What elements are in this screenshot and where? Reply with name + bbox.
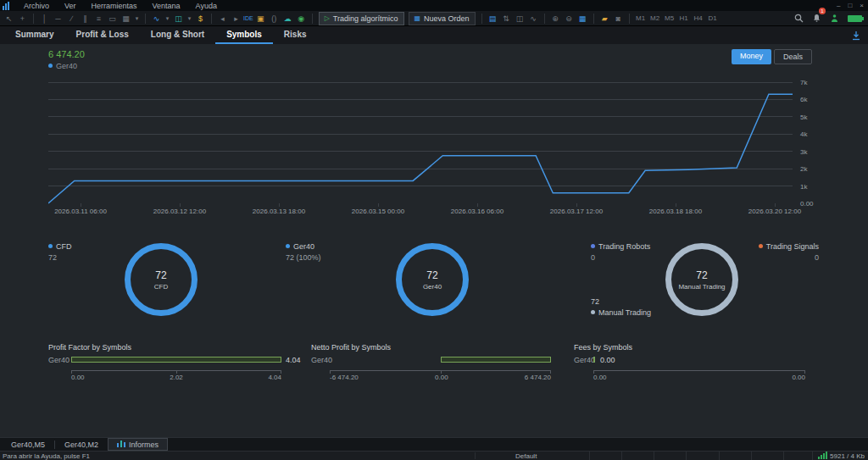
connection-status-icon[interactable]	[830, 11, 839, 26]
tab-symbols[interactable]: Symbols	[215, 26, 273, 44]
close-icon[interactable]: ×	[860, 2, 864, 9]
timeframe-h1[interactable]: H1	[677, 13, 691, 25]
zoom-out-icon[interactable]: ⊖	[563, 13, 576, 25]
minimize-icon[interactable]: –	[837, 2, 840, 9]
trendline-icon[interactable]: ∕	[65, 13, 78, 25]
volume-up-icon[interactable]: ◂	[216, 13, 229, 25]
x-axis-label: 2026.03.18 18:00	[649, 208, 702, 215]
legend-trading-signals: Trading Signals 0	[759, 241, 819, 263]
screenshot-icon[interactable]: ◙	[612, 13, 625, 25]
trading-algo-button[interactable]: ▷Trading algorítmico	[319, 12, 404, 25]
menu-ventana[interactable]: Ventana	[145, 2, 188, 10]
tab-profit-loss[interactable]: Profit & Loss	[65, 26, 140, 44]
app-logo-icon	[3, 2, 13, 10]
notification-badge: 1	[819, 8, 826, 14]
toolbar-groups: ↖+│─∕∥≡▭▦▾∿▾◫▾$◂▸IDE▣()☁◉▷Trading algorí…	[3, 12, 720, 25]
vertical-line-icon[interactable]: │	[38, 13, 51, 25]
tab-risks[interactable]: Risks	[273, 26, 318, 44]
cursor-mode-icon[interactable]: ⇅	[500, 13, 513, 25]
bar	[330, 357, 551, 363]
x-axis-label: 2026.03.17 12:00	[550, 208, 603, 215]
search-icon[interactable]	[794, 11, 804, 26]
cursor-icon[interactable]: ↖	[3, 13, 15, 25]
timeframe-m5[interactable]: M5	[663, 13, 676, 25]
timeframe-d1[interactable]: D1	[706, 13, 720, 25]
toolbar-separator	[544, 14, 545, 24]
toolbar-right: 1	[794, 11, 865, 26]
deals-button[interactable]: Deals	[774, 49, 812, 64]
chart-window-icon[interactable]: ▤	[487, 13, 499, 25]
menu-herramientas[interactable]: Herramientas	[84, 2, 145, 10]
maximize-icon[interactable]: □	[848, 2, 852, 9]
objects-icon[interactable]: ▦	[120, 13, 132, 25]
ide-icon[interactable]: IDE	[243, 13, 253, 25]
toolbar-separator	[145, 14, 146, 24]
community-icon[interactable]: ◉	[295, 13, 308, 25]
y-axis-label: 7k	[800, 79, 807, 86]
fibonacci-icon[interactable]: ≡	[92, 13, 105, 25]
rectangle-icon[interactable]: ▭	[106, 13, 119, 25]
bar-axis-labels: 0.000.00	[593, 374, 805, 381]
donut-value: 72	[155, 269, 166, 281]
play-icon: ▷	[325, 14, 330, 24]
tab-ger40-m2[interactable]: Ger40,M2	[55, 439, 108, 451]
candle-step-icon[interactable]: ◫	[514, 13, 526, 25]
fees-chart: Fees by Symbols Ger40 0.00 0.000.00	[574, 343, 825, 387]
donut-manual-trading: 72 Manual Trading	[665, 243, 738, 316]
bar-axis-labels: 0.002.024.04	[71, 374, 281, 381]
money-button[interactable]: Money	[732, 49, 771, 64]
timeframe-m2[interactable]: M2	[648, 13, 662, 25]
x-axis-label: 2026.03.11 06:00	[54, 208, 107, 215]
tile-windows-icon[interactable]: ▦	[576, 13, 589, 25]
balance-chart-ylabels: 7k6k5k4k3k2k1k0.00	[800, 82, 834, 209]
chart-line-caret-icon[interactable]: ▾	[164, 13, 171, 25]
toolbar-separator	[312, 14, 313, 24]
channel-icon[interactable]: ∥	[79, 13, 92, 25]
x-axis-label: 2026.03.15 00:00	[352, 208, 404, 215]
bar-value: 0.00	[600, 356, 615, 364]
zigzag-icon[interactable]: ∿	[527, 13, 540, 25]
tab-ger40-m5[interactable]: Ger40,M5	[2, 439, 54, 451]
tab-informes[interactable]: Informes	[108, 438, 168, 451]
donut-label: Manual Trading	[678, 283, 725, 291]
cloud-icon[interactable]: ☁	[281, 13, 294, 25]
menu-archivo[interactable]: Archivo	[16, 2, 57, 10]
market-icon[interactable]: ▣	[254, 13, 267, 25]
export-report-icon[interactable]	[851, 26, 868, 44]
help-text: Para abrir la Ayuda, pulse F1	[3, 452, 90, 460]
timeframe-m1[interactable]: M1	[634, 13, 648, 25]
save-profile-icon[interactable]: ▰	[598, 13, 611, 25]
currency-icon[interactable]: $	[194, 13, 207, 25]
donut-label: CFD	[154, 283, 168, 291]
bar-axis-labels: -6 474.200.006 474.20	[330, 374, 551, 381]
tab-long-short[interactable]: Long & Short	[140, 26, 215, 44]
profile-name[interactable]: Default	[515, 452, 537, 460]
volume-down-icon[interactable]: ▸	[230, 13, 242, 25]
menu-ver[interactable]: Ver	[57, 2, 84, 10]
balance-chart[interactable]	[48, 82, 793, 207]
chart-tabs-bar: Ger40,M5 Ger40,M2 Informes	[0, 437, 868, 451]
statusbar: Para abrir la Ayuda, pulse F1 Default 59…	[0, 451, 868, 460]
objects-caret-icon[interactable]: ▾	[133, 13, 141, 25]
crosshair-icon[interactable]: +	[16, 13, 29, 25]
tab-summary[interactable]: Summary	[4, 26, 65, 44]
toolbar-separator	[33, 14, 34, 24]
bar-axis	[593, 370, 805, 373]
new-order-button[interactable]: ▦Nueva Orden	[409, 12, 476, 25]
toolbar-separator	[211, 14, 212, 24]
y-axis-label: 6k	[800, 96, 807, 103]
notifications-bell-icon[interactable]: 1	[812, 11, 821, 26]
chart-candles-caret-icon[interactable]: ▾	[186, 13, 193, 25]
timeframe-h4[interactable]: H4	[692, 13, 705, 25]
chart-candles-icon[interactable]: ◫	[172, 13, 185, 25]
brackets-icon[interactable]: ()	[268, 13, 281, 25]
horizontal-line-icon[interactable]: ─	[52, 13, 64, 25]
signal-bars-icon	[818, 452, 827, 459]
chart-line-icon[interactable]: ∿	[150, 13, 163, 25]
y-axis-label: 1k	[800, 183, 807, 191]
menu-ayuda[interactable]: Ayuda	[188, 2, 225, 10]
button-label: Trading algorítmico	[333, 14, 398, 24]
y-axis-label: 0.00	[800, 200, 814, 208]
donut-label: Ger40	[423, 283, 442, 291]
zoom-in-icon[interactable]: ⊕	[549, 13, 562, 25]
